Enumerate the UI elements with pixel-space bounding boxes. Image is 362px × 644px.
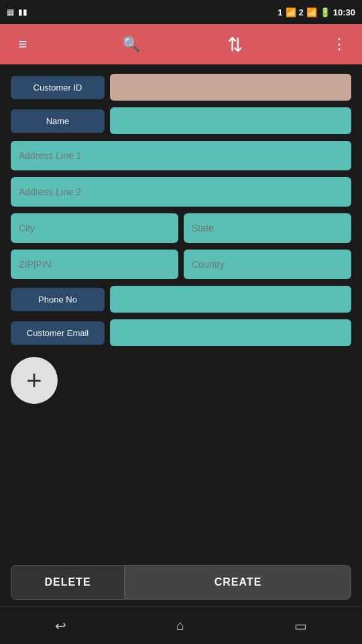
action-row: DELETE CREATE <box>0 558 362 606</box>
bottom-nav: ↩ ⌂ ▭ <box>0 606 362 644</box>
status-icon-2: ▮▮ <box>18 7 27 17</box>
address-line2-input[interactable] <box>11 177 351 207</box>
address-line1-input[interactable] <box>11 141 351 170</box>
menu-icon: ≡ <box>19 36 27 52</box>
home-icon: ⌂ <box>176 618 184 633</box>
status-icon-1: ▦ <box>7 7 14 17</box>
network-indicator: 1 <box>278 7 282 17</box>
delete-button[interactable]: DELETE <box>11 565 125 600</box>
name-input[interactable] <box>110 107 351 134</box>
address-line1-row <box>11 141 351 170</box>
search-button[interactable]: 🔍 <box>119 36 143 53</box>
customer-email-label-btn[interactable]: Customer Email <box>11 321 105 345</box>
signal-bars: 📶 <box>306 7 317 17</box>
back-icon: ↩ <box>55 619 66 633</box>
name-label-btn[interactable]: Name <box>11 109 105 133</box>
zip-country-row <box>11 250 351 279</box>
country-input[interactable] <box>184 250 351 279</box>
back-button[interactable]: ↩ <box>55 618 66 634</box>
address-line2-row <box>11 177 351 207</box>
customer-id-input[interactable] <box>110 74 351 101</box>
main-content: Customer ID Name Phone No Customer Email… <box>0 64 362 558</box>
add-button[interactable]: + <box>11 357 58 404</box>
city-input[interactable] <box>11 213 178 243</box>
top-nav: ≡ 🔍 ⇅ ⋮ <box>0 24 362 64</box>
more-button[interactable]: ⋮ <box>327 36 351 53</box>
customer-id-label-btn[interactable]: Customer ID <box>11 76 105 99</box>
status-left-icons: ▦ ▮▮ <box>7 7 27 17</box>
signal-2: 2 <box>299 7 304 17</box>
city-state-row <box>11 213 351 243</box>
name-row: Name <box>11 107 351 134</box>
search-icon: 🔍 <box>122 36 140 52</box>
email-row: Customer Email <box>11 319 351 346</box>
status-bar: ▦ ▮▮ 1 📶 2 📶 🔋 10:30 <box>0 0 362 24</box>
email-input[interactable] <box>110 319 351 346</box>
battery-icon: 🔋 <box>320 7 330 17</box>
menu-button[interactable]: ≡ <box>11 36 35 53</box>
state-input[interactable] <box>184 213 351 243</box>
recent-apps-button[interactable]: ▭ <box>294 618 307 634</box>
phone-label-btn[interactable]: Phone No <box>11 288 105 311</box>
phone-row: Phone No <box>11 286 351 313</box>
plus-icon: + <box>26 367 42 394</box>
time-display: 10:30 <box>333 7 355 17</box>
sort-icon: ⇅ <box>227 34 243 55</box>
recent-icon: ▭ <box>294 619 307 633</box>
status-right-icons: 1 📶 2 📶 🔋 10:30 <box>278 7 355 17</box>
create-button[interactable]: CREATE <box>125 565 351 600</box>
home-button[interactable]: ⌂ <box>176 618 184 633</box>
zip-input[interactable] <box>11 250 178 279</box>
more-icon: ⋮ <box>332 36 347 52</box>
sort-button[interactable]: ⇅ <box>227 34 243 56</box>
phone-input[interactable] <box>110 286 351 313</box>
customer-id-row: Customer ID <box>11 74 351 101</box>
signal-icon: 📶 <box>286 7 296 17</box>
